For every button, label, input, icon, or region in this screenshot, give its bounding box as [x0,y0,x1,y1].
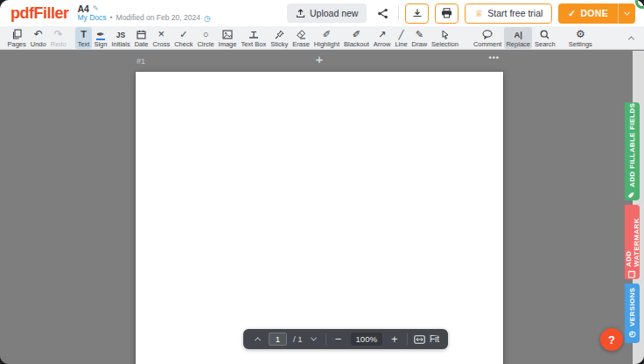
page-options-button[interactable]: ••• [489,54,500,62]
edit-title-icon[interactable]: ✎ [93,4,99,12]
tool-label: Check [174,40,192,48]
draw-pencil-icon [416,28,424,39]
line-icon [398,28,403,39]
tool-label: Replace [506,40,530,48]
breadcrumb-my-docs[interactable]: My Docs [78,14,107,23]
tool-label: Comment [473,40,502,48]
versions-tab[interactable]: ◷ VERSIONS [625,284,640,343]
tool-arrow[interactable]: Arrow [371,27,393,49]
print-button[interactable] [435,4,458,24]
next-page-button[interactable] [309,334,319,345]
tool-label: Circle [197,40,214,48]
tool-label: Search [535,40,556,48]
versions-clock-icon: ◷ [627,330,636,339]
initials-icon [116,28,125,39]
share-icon [377,8,388,19]
tool-text[interactable]: Text [75,27,92,49]
tool-check[interactable]: Check [172,27,195,49]
breadcrumb-separator: • [110,14,113,23]
tool-sign[interactable]: Sign [92,27,109,49]
tool-search[interactable]: Search [532,27,557,49]
tool-label: Sign [94,40,107,48]
tab-label: ADD WATERMARK [625,205,640,267]
add-fillable-fields-tab[interactable]: ✎ ADD FILLABLE FIELDS [625,102,640,200]
download-button[interactable] [405,4,429,24]
header-divider [398,6,399,20]
page-number-input[interactable] [269,332,287,346]
tool-label: Erase [292,40,310,48]
cross-icon [158,28,165,39]
tool-label: Text Box [241,40,266,48]
tool-image[interactable]: Image [216,27,239,49]
erase-icon [296,28,306,39]
blackout-icon [353,28,360,39]
add-page-button[interactable]: + [316,52,324,66]
print-icon [441,8,452,18]
page-number-label: #1 [136,57,145,66]
share-button[interactable] [373,4,392,23]
sign-icon [96,28,104,39]
tool-label: Date [135,40,149,48]
tool-label: Cross [153,40,171,48]
tab-label: VERSIONS [628,288,636,327]
start-free-trial-button[interactable]: ♕ Start free trial [465,4,552,24]
tool-replace[interactable]: Replace [504,27,533,49]
upload-new-label: Upload new [310,8,358,18]
tool-textbox[interactable]: Text Box [239,27,269,49]
page-navigation-bar: / 1 − 100% + Fit [243,329,448,349]
upload-icon [296,9,305,18]
tool-erase[interactable]: Erase [290,27,312,49]
chevron-down-icon [311,335,317,341]
tool-date[interactable]: Date [132,27,150,49]
previous-page-button[interactable] [252,334,262,345]
help-button[interactable]: ? [600,328,623,351]
done-dropdown-button[interactable] [618,4,635,24]
tool-comment[interactable]: Comment [471,27,504,49]
document-page[interactable] [136,72,503,364]
tool-label: Selection [431,40,458,48]
editor-toolbar: Pages Undo Redo Text Sign Initials Date [0,26,644,50]
tool-label: Image [219,40,237,48]
watermark-icon: ❑ [627,270,636,279]
tool-sticky[interactable]: Sticky [269,27,290,49]
collapse-toolbar-button[interactable] [623,30,639,46]
tool-initials[interactable]: Initials [109,27,132,49]
tool-draw[interactable]: Draw [410,27,430,49]
tool-circle[interactable]: Circle [195,27,216,49]
start-free-trial-label: Start free trial [487,8,542,18]
fit-label: Fit [430,334,439,344]
zoom-level: 100% [351,332,382,346]
tool-undo[interactable]: Undo [28,27,48,49]
history-clock-icon[interactable]: ◷ [204,14,211,23]
tool-label: Line [395,40,407,48]
search-icon [540,28,550,39]
modified-date: Modified on Feb 20, 2024 [116,14,200,23]
tool-selection[interactable]: Selection [430,27,461,49]
settings-gear-icon [576,28,585,39]
tool-pages[interactable]: Pages [5,27,28,49]
undo-icon [34,28,43,39]
tool-line[interactable]: Line [393,27,410,49]
chevron-up-icon [627,36,634,42]
upload-new-button[interactable]: Upload new [287,4,367,23]
tool-label: Draw [412,40,428,48]
selection-cursor-icon [441,28,450,39]
add-watermark-tab[interactable]: ❑ ADD WATERMARK [625,205,640,279]
tab-label: ADD FILLABLE FIELDS [628,103,636,187]
side-panel-tabs: ✎ ADD FILLABLE FIELDS ❑ ADD WATERMARK ◷ … [625,102,640,343]
arrow-icon [378,28,386,39]
done-button[interactable]: ✓ DONE [558,4,618,24]
tool-blackout[interactable]: Blackout [342,27,372,49]
fit-button[interactable]: Fit [414,334,439,344]
zoom-out-button[interactable]: − [332,333,345,345]
tool-label: Sticky [270,40,288,48]
breadcrumb: My Docs • Modified on Feb 20, 2024 ◷ [78,14,211,23]
date-icon [136,28,146,39]
zoom-in-button[interactable]: + [388,333,401,345]
done-label: DONE [580,8,608,18]
tool-cross[interactable]: Cross [150,27,172,49]
header: pdfFiller A4 ✎ My Docs • Modified on Feb… [0,0,644,26]
tool-settings[interactable]: Settings [566,27,594,49]
tool-highlight[interactable]: Highlight [312,27,341,49]
tool-redo[interactable]: Redo [48,27,68,49]
